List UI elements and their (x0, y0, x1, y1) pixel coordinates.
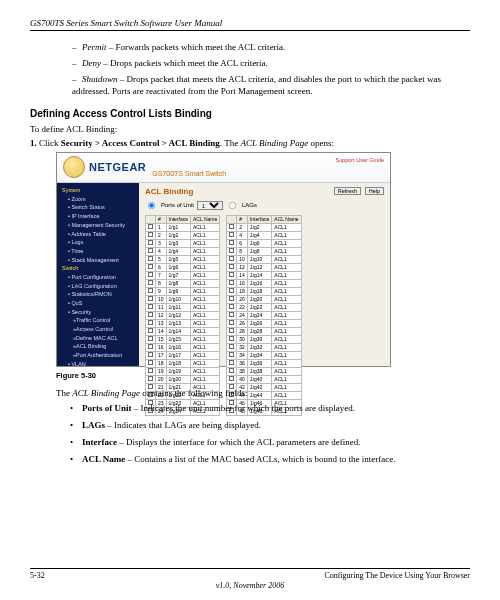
nav-item[interactable]: »Traffic Control (57, 317, 139, 326)
nav-item[interactable]: • IP Interface (57, 213, 139, 222)
table-row[interactable]: 141/g14ACL1 (146, 327, 220, 335)
definition-item: –Shutdown – Drops packet that meets the … (72, 73, 470, 97)
unit-select[interactable]: 1 (197, 201, 223, 210)
after-fig-page: ACL Binding Page (72, 388, 140, 398)
table-row[interactable]: 81/g8ACL1 (227, 247, 301, 255)
nav-item[interactable]: • Switch Status (57, 204, 139, 213)
section-intro: To define ACL Binding: (30, 124, 470, 134)
table-row[interactable]: 91/g9ACL1 (146, 287, 220, 295)
step-1: 1. Click Security > Access Control > ACL… (30, 138, 470, 148)
footer-version: v1.0, November 2006 (30, 581, 470, 590)
step-path: Security > Access Control > ACL Binding (61, 138, 220, 148)
page-header: GS700TS Series Smart Switch Software Use… (30, 18, 470, 31)
table-row[interactable]: 221/g22ACL1 (227, 303, 301, 311)
table-row[interactable]: 181/g18ACL1 (227, 287, 301, 295)
table-row[interactable]: 361/g36ACL1 (227, 359, 301, 367)
table-row[interactable]: 201/g20ACL1 (146, 375, 220, 383)
nav-item[interactable]: • VLAN (57, 360, 139, 365)
table-row[interactable]: 261/g26ACL1 (227, 319, 301, 327)
nav-item[interactable]: »Define MAC ACL (57, 334, 139, 343)
table-row[interactable]: 191/g19ACL1 (146, 367, 220, 375)
definition-item: –Deny – Drops packets which meet the ACL… (72, 57, 470, 69)
table-row[interactable]: 121/g12ACL1 (227, 263, 301, 271)
table-row[interactable]: 61/g6ACL1 (227, 239, 301, 247)
nav-item[interactable]: • Stack Management (57, 256, 139, 265)
table-row[interactable]: 161/g16ACL1 (146, 343, 220, 351)
help-button[interactable]: Help (365, 187, 384, 195)
step-post: opens: (308, 138, 334, 148)
side-nav[interactable]: System• Zoom• Switch Status• IP Interfac… (57, 183, 139, 366)
footer-chapter: Configuring The Device Using Your Browse… (324, 571, 470, 580)
acl-table-right: #InterfaceACL Name21/g2ACL141/g4ACL161/g… (226, 215, 301, 416)
table-row[interactable]: 11/g1ACL1 (146, 223, 220, 231)
nav-item[interactable]: • Zoom (57, 195, 139, 204)
table-row[interactable]: 31/g3ACL1 (146, 239, 220, 247)
acl-table-left: #InterfaceACL Name11/g1ACL121/g2ACL131/g… (145, 215, 220, 416)
table-row[interactable]: 21/g2ACL1 (227, 223, 301, 231)
table-row[interactable]: 61/g6ACL1 (146, 263, 220, 271)
table-row[interactable]: 111/g11ACL1 (146, 303, 220, 311)
table-row[interactable]: 101/g10ACL1 (146, 295, 220, 303)
table-row[interactable]: 41/g4ACL1 (146, 247, 220, 255)
nav-item[interactable]: »ACL Binding (57, 343, 139, 352)
section-heading: Defining Access Control Lists Binding (30, 108, 470, 119)
nav-item[interactable]: »Access Control (57, 326, 139, 335)
table-row[interactable]: 141/g14ACL1 (227, 271, 301, 279)
main-panel: ACL Binding Refresh Help Ports of Unit 1… (139, 183, 390, 366)
ports-radio[interactable] (148, 201, 155, 208)
nav-item[interactable]: • QoS (57, 300, 139, 309)
nav-item[interactable]: »Port Authentication (57, 352, 139, 361)
table-row[interactable]: 51/g5ACL1 (146, 255, 220, 263)
table-row[interactable]: 241/g24ACL1 (227, 311, 301, 319)
nav-item[interactable]: • Time (57, 247, 139, 256)
product-subtitle: GS700TS Smart Switch (152, 170, 226, 182)
nav-item[interactable]: • Logs (57, 239, 139, 248)
field-item: Interface – Displays the interface for w… (70, 436, 470, 448)
radio-row: Ports of Unit 1 LAGs (145, 199, 384, 212)
table-row[interactable]: 121/g12ACL1 (146, 311, 220, 319)
nav-item[interactable]: • Address Table (57, 230, 139, 239)
table-row[interactable]: 41/g4ACL1 (227, 231, 301, 239)
nav-item[interactable]: • Port Configuration (57, 273, 139, 282)
table-row[interactable]: 21/g2ACL1 (146, 231, 220, 239)
brand-text: NETGEAR (89, 161, 146, 173)
table-row[interactable]: 151/g15ACL1 (146, 335, 220, 343)
nav-item[interactable]: • LAG Configuration (57, 282, 139, 291)
top-links[interactable]: Support User Guide (335, 157, 384, 163)
nav-item[interactable]: Switch (57, 265, 139, 274)
step-mid: . The (220, 138, 241, 148)
definition-item: –Permit – Forwards packets which meet th… (72, 41, 470, 53)
button-bar: Refresh Help (332, 187, 384, 195)
field-item: Ports of Unit – Indicates the unit numbe… (70, 402, 470, 414)
table-row[interactable]: 171/g17ACL1 (146, 351, 220, 359)
table-row[interactable]: 301/g30ACL1 (227, 335, 301, 343)
table-row[interactable]: 281/g28ACL1 (227, 327, 301, 335)
after-fig-post: contains the following fields: (140, 388, 247, 398)
lags-label: LAGs (242, 202, 257, 208)
screenshot-body: System• Zoom• Switch Status• IP Interfac… (57, 183, 390, 366)
table-row[interactable]: 161/g16ACL1 (227, 279, 301, 287)
table-row[interactable]: 201/g20ACL1 (227, 295, 301, 303)
table-row[interactable]: 81/g8ACL1 (146, 279, 220, 287)
table-row[interactable]: 131/g13ACL1 (146, 319, 220, 327)
footer-page-num: 5-32 (30, 571, 45, 580)
table-row[interactable]: 321/g32ACL1 (227, 343, 301, 351)
page-footer: 5-32 Configuring The Device Using Your B… (30, 568, 470, 590)
table-row[interactable]: 101/g10ACL1 (227, 255, 301, 263)
table-row[interactable]: 71/g7ACL1 (146, 271, 220, 279)
refresh-button[interactable]: Refresh (334, 187, 361, 195)
table-row[interactable]: 181/g18ACL1 (146, 359, 220, 367)
after-fig-pre: The (56, 388, 72, 398)
nav-item[interactable]: • Management Security (57, 221, 139, 230)
table-row[interactable]: 341/g34ACL1 (227, 351, 301, 359)
nav-item[interactable]: • Security (57, 308, 139, 317)
step-page-name: ACL Binding Page (240, 138, 308, 148)
nav-item[interactable]: • Statistics/RMON (57, 291, 139, 300)
field-list: Ports of Unit – Indicates the unit numbe… (70, 402, 470, 466)
step-pre: Click (39, 138, 61, 148)
lags-radio[interactable] (229, 201, 236, 208)
table-row[interactable]: 381/g38ACL1 (227, 367, 301, 375)
nav-item[interactable]: System (57, 187, 139, 196)
table-row[interactable]: 401/g40ACL1 (227, 375, 301, 383)
tables-wrap: #InterfaceACL Name11/g1ACL121/g2ACL131/g… (145, 215, 384, 416)
